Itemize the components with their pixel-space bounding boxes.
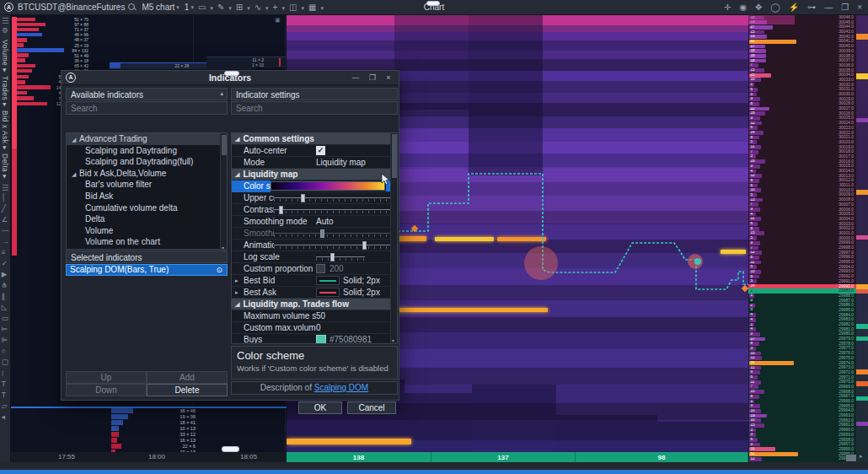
toolbar-grip[interactable] bbox=[3, 184, 8, 191]
text-icon[interactable]: T bbox=[2, 390, 9, 401]
setting-row-color-scheme[interactable]: Color scheme▼ bbox=[232, 180, 397, 192]
available-indicators-header[interactable]: Available indicators ▴ bbox=[66, 88, 228, 100]
magic-icon[interactable]: ⚡ bbox=[789, 0, 799, 15]
panel-label-volume[interactable]: Volume ▸ bbox=[1, 40, 9, 73]
setting-value[interactable] bbox=[274, 241, 397, 250]
setting-row-log-scale[interactable]: Log scale bbox=[232, 251, 397, 263]
setting-row-animation-speed[interactable]: Animation speed,... bbox=[232, 240, 397, 251]
crosshair-icon[interactable]: ✛ bbox=[724, 0, 731, 15]
setting-row-buys[interactable]: Buys#75080981 bbox=[232, 334, 397, 344]
setting-row-smoothing[interactable]: Smoothing bbox=[232, 228, 397, 240]
settings-scrollbar-thumb[interactable] bbox=[392, 134, 397, 178]
setting-value[interactable]: ✓ bbox=[316, 146, 397, 155]
slider-handle[interactable] bbox=[320, 229, 324, 238]
toolbar-grip[interactable] bbox=[3, 17, 8, 24]
slider-handle[interactable] bbox=[330, 253, 335, 261]
settings-search-input[interactable] bbox=[231, 101, 398, 115]
setting-row-mode[interactable]: ModeLiquidity map bbox=[232, 157, 397, 169]
setting-value[interactable]: 50 bbox=[316, 311, 397, 320]
app-logo-icon[interactable]: A bbox=[4, 3, 13, 12]
monitor-icon[interactable]: ▭ bbox=[198, 0, 206, 15]
chevron-down-icon[interactable]: ▾ bbox=[281, 5, 285, 11]
checkbox-unchecked[interactable] bbox=[316, 264, 325, 273]
price-label-icon[interactable]: ▱ bbox=[2, 401, 9, 412]
collapse-icon[interactable]: ◢ bbox=[235, 136, 239, 143]
panel-drag-handle[interactable] bbox=[222, 446, 239, 452]
down-button[interactable]: Down bbox=[66, 384, 147, 396]
scalping-dom-link[interactable]: Scalping DOM bbox=[314, 383, 368, 392]
tree-item-advanced-trading[interactable]: ◢Advanced Trading bbox=[67, 133, 227, 145]
zoom-area-icon[interactable]: ⊞ bbox=[236, 0, 243, 15]
volume-profile-icon[interactable]: ⊨ bbox=[2, 324, 9, 335]
triangle-icon[interactable]: ◺ bbox=[2, 302, 9, 313]
panel-settings-icon[interactable]: ▣ bbox=[275, 17, 281, 24]
delete-button[interactable]: Delete bbox=[147, 384, 228, 396]
dashed-range-icon[interactable]: ⁝ bbox=[2, 368, 9, 379]
setting-value[interactable] bbox=[274, 194, 397, 202]
slider[interactable] bbox=[316, 253, 365, 261]
instrument-label[interactable]: BTCUSDT@BinanceFutures bbox=[18, 3, 125, 12]
angle-icon[interactable]: ∠ bbox=[2, 214, 9, 225]
chevron-down-icon[interactable]: ▾ bbox=[247, 5, 250, 11]
horizontal-line-icon[interactable]: — bbox=[2, 225, 9, 236]
slider-handle[interactable] bbox=[301, 194, 305, 202]
scroll-down-icon[interactable]: ▾ bbox=[222, 245, 224, 250]
setting-value[interactable] bbox=[316, 253, 397, 261]
expand-icon[interactable]: ◢ bbox=[72, 134, 79, 146]
dom-scrollbar-thumb[interactable] bbox=[846, 455, 856, 461]
fullscreen-icon[interactable]: ✥ bbox=[755, 0, 762, 15]
timeframe-selector[interactable]: M5 chart bbox=[142, 3, 174, 12]
settings-section-liquidity-map-trades-flow[interactable]: ◢Liquidity map. Trades flow bbox=[232, 299, 397, 310]
line-chart-icon[interactable]: ∿ bbox=[255, 0, 261, 15]
setting-row-contrast[interactable]: Contrast bbox=[232, 204, 397, 216]
vertical-line-icon[interactable]: │ bbox=[2, 192, 9, 203]
setting-value[interactable]: #75080981 bbox=[316, 335, 397, 344]
setting-value[interactable]: Solid; 2px bbox=[316, 276, 397, 285]
close-icon[interactable]: × bbox=[857, 0, 862, 15]
dialog-close-button[interactable]: × bbox=[381, 72, 396, 83]
text-anchored-icon[interactable]: T bbox=[2, 379, 9, 390]
parallel-channel-icon[interactable]: ∥ bbox=[2, 291, 9, 302]
chevron-down-icon[interactable]: ▾ bbox=[176, 4, 179, 11]
setting-row-custom-max-volume[interactable]: Custom max.volume0 bbox=[232, 322, 397, 334]
color-swatch[interactable] bbox=[316, 335, 326, 344]
panel-label-delta[interactable]: Delta ▸ bbox=[1, 154, 9, 179]
settings-section-common-settings[interactable]: ◢Common settings bbox=[232, 133, 397, 145]
tree-item-scalping-and-daytrading[interactable]: Scalping and Daytrading bbox=[67, 145, 227, 157]
panels-icon[interactable]: ▦ bbox=[308, 0, 316, 15]
tree-scrollbar-thumb[interactable] bbox=[222, 135, 227, 155]
restore-icon[interactable]: ❐ bbox=[841, 0, 849, 15]
rectangle-icon[interactable]: ▭ bbox=[2, 313, 9, 324]
setting-row-best-bid[interactable]: ▸Best BidSolid; 2px bbox=[232, 275, 397, 287]
dialog-maximize-button[interactable]: ❐ bbox=[365, 72, 380, 83]
panel-drag-handle[interactable] bbox=[426, 1, 440, 6]
layout-icon[interactable]: ◫ bbox=[289, 0, 297, 15]
visibility-eye-icon[interactable]: ⊙ bbox=[216, 265, 222, 275]
expand-icon[interactable]: ◢ bbox=[72, 169, 79, 180]
diagonal-line-icon[interactable]: ╱ bbox=[2, 203, 9, 214]
panel-drag-handle[interactable] bbox=[224, 71, 239, 76]
polyline-icon[interactable]: ✓ bbox=[2, 258, 9, 269]
scroll-down-icon[interactable]: ▾ bbox=[392, 337, 394, 343]
ruler-icon[interactable]: ≡ bbox=[2, 247, 9, 258]
tree-item-cumulative-volume-delta[interactable]: Cumulative volume delta bbox=[67, 202, 227, 214]
pin-icon[interactable]: ⊶ bbox=[807, 0, 816, 15]
slider[interactable] bbox=[274, 206, 397, 214]
tree-scrollbar[interactable]: ▾ bbox=[220, 133, 227, 250]
tree-item-volume-on-the-chart[interactable]: Volume on the chart bbox=[67, 236, 227, 248]
pencil-icon[interactable]: ✎ bbox=[217, 0, 224, 15]
checkbox-checked[interactable]: ✓ bbox=[316, 146, 325, 155]
collapse-icon[interactable]: ◢ bbox=[235, 301, 239, 308]
gear-icon[interactable]: ⚙ bbox=[2, 25, 8, 36]
setting-row-custom-proportion[interactable]: Custom proportion200 bbox=[232, 263, 397, 275]
tree-item-scalping-and-daytrading-full[interactable]: Scalping and Daytrading(full) bbox=[67, 156, 227, 168]
line-style-swatch[interactable] bbox=[316, 288, 340, 297]
setting-row-smoothing-mode[interactable]: Smoothing modeAuto bbox=[232, 216, 397, 228]
slider[interactable] bbox=[274, 241, 397, 250]
settings-scrollbar[interactable]: ▾ bbox=[390, 133, 397, 343]
collapse-icon[interactable]: ▴ bbox=[220, 90, 223, 97]
volume-profile-fixed-icon[interactable]: ⊫ bbox=[2, 335, 9, 346]
settings-section-liquidity-map[interactable]: ◢Liquidity map bbox=[232, 169, 397, 180]
setting-row-best-ask[interactable]: ▸Best AskSolid; 2px bbox=[232, 287, 397, 299]
setting-row-auto-center[interactable]: Auto-center✓ bbox=[232, 145, 397, 157]
